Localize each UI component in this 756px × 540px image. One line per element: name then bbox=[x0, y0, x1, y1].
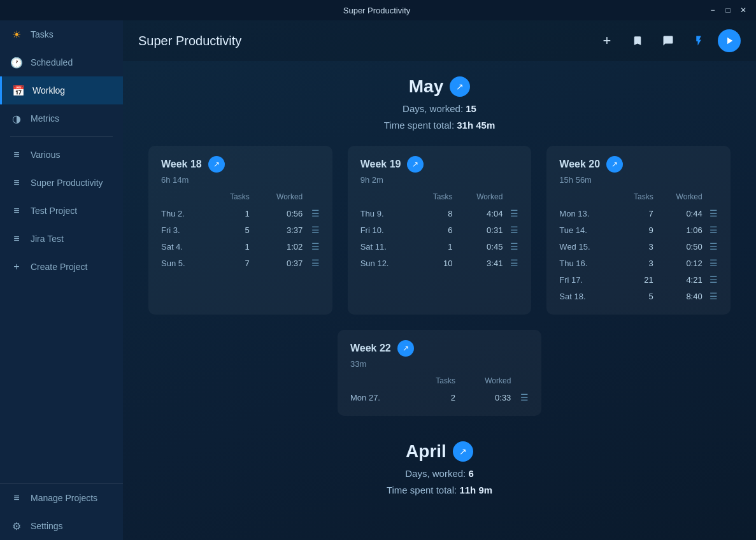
table-row: Thu 9. 8 4:04 bbox=[360, 205, 519, 222]
sidebar-item-settings[interactable]: ⚙ Settings bbox=[0, 512, 123, 540]
sidebar-item-test-project[interactable]: ≡ Test Project bbox=[0, 197, 123, 225]
close-button[interactable]: ✕ bbox=[738, 5, 748, 15]
manage-icon: ≡ bbox=[10, 492, 23, 504]
sidebar-item-create-project[interactable]: + Create Project bbox=[0, 253, 123, 281]
list-detail-button[interactable] bbox=[503, 238, 518, 255]
add-button[interactable]: + bbox=[596, 29, 618, 52]
worked-cell: 3:41 bbox=[452, 255, 503, 271]
worked-cell: 0:33 bbox=[455, 389, 511, 406]
list-detail-button[interactable] bbox=[303, 255, 319, 271]
tasks-cell: 8 bbox=[415, 205, 453, 222]
worked-cell: 0:45 bbox=[452, 238, 503, 255]
list-detail-button[interactable] bbox=[703, 238, 718, 255]
flash-button[interactable] bbox=[687, 29, 710, 52]
sidebar-item-super-productivity[interactable]: ≡ Super Productivity bbox=[0, 169, 123, 197]
day-cell: Fri 10. bbox=[360, 222, 415, 238]
sidebar-label-create: Create Project bbox=[31, 262, 87, 272]
app: ☀ Tasks 🕐 Scheduled 📅 Worklog ◑ Metrics … bbox=[0, 20, 756, 540]
worked-cell: 4:21 bbox=[653, 271, 703, 288]
april-nav-button[interactable]: ↗ bbox=[453, 441, 473, 462]
week-19-duration: 9h 2m bbox=[360, 175, 519, 185]
tasks-cell: 1 bbox=[210, 238, 249, 255]
table-row: Thu 2. 1 0:56 bbox=[161, 205, 320, 222]
week-20-table: Tasks Worked Mon 13. 7 0:44 Tue 14. 9 1:… bbox=[559, 192, 718, 304]
table-row: Tue 14. 9 1:06 bbox=[559, 222, 718, 238]
titlebar-controls[interactable]: − □ ✕ bbox=[708, 5, 748, 15]
topbar-title: Super Productivity bbox=[138, 34, 596, 48]
week-18-nav-button[interactable]: ↗ bbox=[208, 156, 225, 173]
may-weeks-grid: Week 18 ↗ 6h 14m Tasks Worked bbox=[148, 146, 731, 315]
tasks-cell: 5 bbox=[210, 222, 249, 238]
play-button[interactable] bbox=[718, 29, 741, 52]
week-18-title: Week 18 bbox=[161, 159, 202, 170]
week-20-nav-button[interactable]: ↗ bbox=[606, 156, 623, 173]
list-detail-button[interactable] bbox=[303, 222, 319, 238]
worked-cell: 3:37 bbox=[250, 222, 303, 238]
list-detail-button[interactable] bbox=[503, 205, 518, 222]
sidebar-label-jira: Jira Test bbox=[31, 234, 64, 244]
metrics-icon: ◑ bbox=[10, 112, 23, 125]
sidebar-item-various[interactable]: ≡ Various bbox=[0, 141, 123, 169]
bookmark-button[interactable] bbox=[626, 29, 649, 52]
list-detail-button[interactable] bbox=[703, 205, 718, 222]
april-time-label: Time spent total: bbox=[387, 485, 457, 495]
sidebar-item-tasks[interactable]: ☀ Tasks bbox=[0, 20, 123, 48]
may-stats: Days, worked: 15 Time spent total: 31h 4… bbox=[148, 101, 731, 133]
day-cell: Mon 13. bbox=[559, 205, 617, 222]
week-22-header: Week 22 ↗ bbox=[350, 340, 529, 357]
week-22-title: Week 22 bbox=[350, 343, 391, 354]
table-row: Thu 16. 3 0:12 bbox=[559, 255, 718, 271]
list-icon-sp: ≡ bbox=[10, 176, 23, 189]
sidebar-label-sp: Super Productivity bbox=[31, 178, 103, 188]
sidebar-item-metrics[interactable]: ◑ Metrics bbox=[0, 104, 123, 132]
april-days-value: 6 bbox=[468, 468, 473, 479]
table-row: Sat 18. 5 8:40 bbox=[559, 288, 718, 304]
week-19-title: Week 19 bbox=[360, 159, 401, 170]
week-18-col-worked: Worked bbox=[250, 192, 303, 205]
tasks-cell: 6 bbox=[415, 222, 453, 238]
week-18-col-day bbox=[161, 192, 210, 205]
sidebar-item-manage-projects[interactable]: ≡ Manage Projects bbox=[0, 484, 123, 512]
list-detail-button[interactable] bbox=[303, 205, 319, 222]
list-detail-button[interactable] bbox=[703, 222, 718, 238]
list-detail-button[interactable] bbox=[303, 238, 319, 255]
week-22-nav-button[interactable]: ↗ bbox=[397, 340, 414, 357]
may-title-row: May ↗ bbox=[148, 76, 731, 97]
table-row: Mon 13. 7 0:44 bbox=[559, 205, 718, 222]
gear-icon: ⚙ bbox=[10, 520, 23, 532]
worked-cell: 0:37 bbox=[250, 255, 303, 271]
week-18-col-action bbox=[303, 192, 319, 205]
april-header: April ↗ Days, worked: 6 Time spent total… bbox=[148, 441, 731, 498]
sidebar-label-various: Various bbox=[31, 150, 60, 160]
day-cell: Sun 12. bbox=[360, 255, 415, 271]
tasks-cell: 5 bbox=[617, 288, 653, 304]
list-detail-button[interactable] bbox=[703, 288, 718, 304]
sidebar-item-scheduled[interactable]: 🕐 Scheduled bbox=[0, 48, 123, 76]
table-row: Sat 4. 1 1:02 bbox=[161, 238, 320, 255]
content: Super Productivity + bbox=[123, 20, 756, 540]
day-cell: Fri 3. bbox=[161, 222, 210, 238]
week-19-col-tasks: Tasks bbox=[415, 192, 453, 205]
sidebar-item-jira-test[interactable]: ≡ Jira Test bbox=[0, 225, 123, 253]
list-detail-button[interactable] bbox=[703, 255, 718, 271]
worked-cell: 0:31 bbox=[452, 222, 503, 238]
sidebar-item-worklog[interactable]: 📅 Worklog bbox=[0, 76, 123, 104]
week-18-duration: 6h 14m bbox=[161, 175, 320, 185]
list-detail-button[interactable] bbox=[511, 389, 529, 406]
maximize-button[interactable]: □ bbox=[723, 5, 733, 15]
day-cell: Tue 14. bbox=[559, 222, 617, 238]
minimize-button[interactable]: − bbox=[708, 5, 718, 15]
list-detail-button[interactable] bbox=[703, 271, 718, 288]
list-detail-button[interactable] bbox=[503, 222, 518, 238]
week-22-table: Tasks Worked Mon 27. 2 0:33 bbox=[350, 376, 529, 406]
table-row: Wed 15. 3 0:50 bbox=[559, 238, 718, 255]
sidebar-label-settings: Settings bbox=[31, 521, 63, 531]
sidebar-label-test: Test Project bbox=[31, 206, 77, 216]
sidebar-label-tasks: Tasks bbox=[31, 29, 53, 39]
week-22-col-worked: Worked bbox=[455, 376, 511, 389]
may-nav-button[interactable]: ↗ bbox=[450, 76, 470, 97]
week-19-nav-button[interactable]: ↗ bbox=[407, 156, 424, 173]
list-detail-button[interactable] bbox=[503, 255, 518, 271]
week-19-card: Week 19 ↗ 9h 2m Tasks Worked bbox=[348, 146, 532, 315]
comment-button[interactable] bbox=[657, 29, 680, 52]
